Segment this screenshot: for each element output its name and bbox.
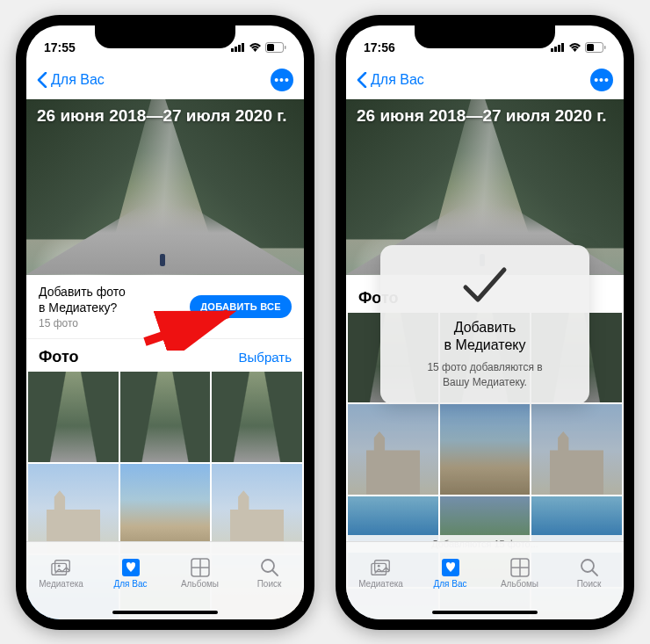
- photo-thumb[interactable]: [440, 404, 531, 495]
- wifi-icon: [568, 42, 581, 52]
- heart-square-icon: [440, 558, 461, 577]
- svg-rect-23: [587, 44, 594, 51]
- photo-thumb[interactable]: [212, 372, 302, 462]
- tab-label: Для Вас: [433, 579, 466, 589]
- tab-library[interactable]: Медиатека: [346, 542, 415, 605]
- wifi-icon: [249, 42, 262, 52]
- prompt-subtext: 15 фото: [39, 317, 126, 329]
- hero-image[interactable]: 26 июня 2018—27 июля 2020 г.: [26, 99, 304, 275]
- photo-thumb[interactable]: [531, 404, 622, 495]
- svg-line-32: [592, 570, 597, 575]
- prompt-text: Добавить фото в Медиатеку?: [39, 284, 126, 315]
- select-button[interactable]: Выбрать: [239, 350, 292, 365]
- phone-left: 17:55 Для Вас ••• 26 июня 2018—27 июля 2…: [16, 15, 314, 630]
- svg-rect-5: [285, 46, 286, 49]
- battery-icon: [585, 42, 606, 53]
- svg-rect-19: [558, 45, 560, 52]
- tab-albums[interactable]: Альбомы: [485, 542, 554, 605]
- tab-bar: Медиатека Для Вас Альбомы Поиск: [346, 541, 624, 619]
- tab-label: Поиск: [577, 579, 602, 589]
- section-title: Фото: [39, 348, 78, 366]
- popup-subtitle: 15 фото добавляются в Вашу Медиатеку.: [393, 360, 577, 390]
- search-icon: [579, 558, 600, 577]
- tab-label: Альбомы: [501, 579, 538, 589]
- photo-thumb[interactable]: [120, 372, 211, 462]
- tab-label: Альбомы: [181, 579, 219, 589]
- svg-rect-0: [231, 48, 234, 52]
- albums-icon: [509, 558, 531, 577]
- chevron-left-icon: [357, 72, 367, 88]
- back-button[interactable]: Для Вас: [37, 72, 105, 88]
- search-icon: [259, 558, 280, 577]
- svg-rect-25: [374, 561, 389, 572]
- photo-thumb[interactable]: [28, 372, 119, 462]
- svg-point-10: [57, 565, 60, 568]
- notch: [95, 25, 235, 48]
- add-prompt: Добавить фото в Медиатеку? 15 фото ДОБАВ…: [26, 275, 304, 339]
- battery-icon: [265, 42, 286, 53]
- status-time: 17:56: [364, 40, 395, 54]
- svg-rect-6: [267, 44, 274, 51]
- nav-bar: Для Вас •••: [346, 61, 624, 99]
- tab-label: Медиатека: [358, 579, 403, 589]
- section-header: Фото Выбрать: [26, 339, 304, 372]
- popup-title: Добавить в Медиатеку: [393, 319, 577, 356]
- tab-bar: Медиатека Для Вас Альбомы Поиск: [26, 541, 304, 619]
- svg-rect-22: [604, 46, 606, 49]
- tab-label: Медиатека: [39, 579, 83, 589]
- tab-library[interactable]: Медиатека: [26, 542, 96, 605]
- tab-for-you[interactable]: Для Вас: [96, 542, 165, 605]
- hero-title: 26 июня 2018—27 июля 2020 г.: [37, 106, 293, 126]
- svg-rect-17: [551, 48, 553, 52]
- confirmation-popup: Добавить в Медиатеку 15 фото добавляются…: [380, 245, 589, 404]
- phone-right: 17:56 Для Вас ••• 26 июня 2018—27 июля 2…: [336, 15, 634, 630]
- svg-rect-2: [238, 45, 241, 52]
- svg-rect-9: [54, 561, 69, 572]
- notch: [415, 25, 555, 48]
- tab-search[interactable]: Поиск: [235, 542, 304, 605]
- home-indicator[interactable]: [112, 611, 218, 614]
- back-button[interactable]: Для Вас: [357, 72, 424, 88]
- status-right: [231, 42, 286, 53]
- nav-bar: Для Вас •••: [26, 61, 304, 99]
- add-all-button[interactable]: ДОБАВИТЬ ВСЕ: [190, 295, 292, 318]
- library-icon: [371, 558, 392, 577]
- chevron-left-icon: [37, 72, 47, 88]
- home-indicator[interactable]: [432, 611, 538, 614]
- ellipsis-icon: •••: [594, 73, 610, 87]
- cellular-icon: [231, 42, 245, 52]
- cellular-icon: [551, 42, 565, 52]
- hero-title: 26 июня 2018—27 июля 2020 г.: [357, 106, 613, 126]
- svg-rect-18: [554, 47, 557, 52]
- back-label: Для Вас: [371, 72, 424, 88]
- svg-point-26: [377, 565, 379, 568]
- tab-for-you[interactable]: Для Вас: [415, 542, 485, 605]
- photo-thumb[interactable]: [348, 404, 438, 495]
- svg-line-16: [272, 570, 278, 575]
- tab-albums[interactable]: Альбомы: [165, 542, 235, 605]
- back-label: Для Вас: [51, 72, 105, 88]
- albums-icon: [190, 558, 211, 577]
- svg-rect-3: [242, 43, 244, 52]
- screen: 17:56 Для Вас ••• 26 июня 2018—27 июля 2…: [346, 25, 624, 619]
- more-button[interactable]: •••: [271, 69, 293, 91]
- tab-label: Для Вас: [113, 579, 147, 589]
- svg-rect-20: [561, 43, 564, 52]
- library-icon: [51, 558, 72, 577]
- heart-square-icon: [120, 558, 141, 577]
- svg-rect-1: [235, 47, 237, 52]
- checkmark-icon: [459, 263, 511, 307]
- status-right: [551, 42, 606, 53]
- tab-search[interactable]: Поиск: [554, 542, 624, 605]
- tab-label: Поиск: [257, 579, 282, 589]
- status-time: 17:55: [44, 40, 76, 54]
- screen: 17:55 Для Вас ••• 26 июня 2018—27 июля 2…: [26, 25, 304, 619]
- more-button[interactable]: •••: [590, 69, 613, 91]
- ellipsis-icon: •••: [274, 73, 290, 87]
